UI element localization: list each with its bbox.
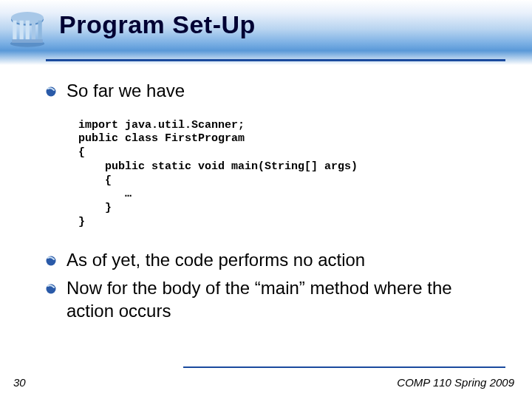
svg-rect-6 [32,21,35,41]
bullet-text: So far we have [66,80,185,103]
content-area: So far we have import java.util.Scanner;… [46,80,502,329]
bullet-icon [46,86,56,100]
svg-rect-3 [13,21,16,41]
bullet-item: Now for the body of the “main” method wh… [46,277,502,322]
svg-rect-8 [12,39,43,43]
bullet-icon [46,256,56,269]
bullet-icon [46,284,56,297]
bullet-text: Now for the body of the “main” method wh… [66,277,502,322]
footer-divider [183,366,505,368]
svg-rect-5 [26,21,30,41]
footer: 30 COMP 110 Spring 2009 [0,366,532,389]
title-underline [46,59,505,61]
bullet-item: As of yet, the code performs no action [46,249,502,272]
svg-rect-4 [20,21,24,41]
bullet-text: As of yet, the code performs no action [66,249,365,272]
slide-number: 30 [13,376,26,389]
course-label: COMP 110 Spring 2009 [397,376,514,389]
slide-title: Program Set-Up [59,10,256,39]
bullet-item: So far we have [46,80,502,103]
svg-rect-7 [38,21,42,41]
logo-icon [6,6,49,49]
code-block: import java.util.Scanner; public class F… [78,119,502,230]
